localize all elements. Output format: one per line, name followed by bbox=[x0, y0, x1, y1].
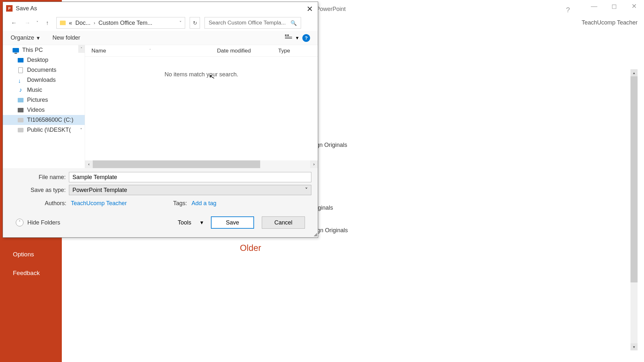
tree-item-documents[interactable]: Documents bbox=[3, 65, 85, 75]
new-folder-button[interactable]: New folder bbox=[52, 34, 80, 41]
tree-label: Videos bbox=[27, 107, 45, 113]
sidebar-item-feedback[interactable]: Feedback bbox=[0, 265, 62, 281]
music-icon bbox=[19, 87, 22, 93]
tree-label: Documents bbox=[27, 67, 56, 73]
organize-label: Organize bbox=[11, 34, 34, 41]
search-input[interactable] bbox=[209, 20, 290, 26]
refresh-button[interactable]: ↻ bbox=[190, 17, 200, 29]
sort-icon: ˆ bbox=[149, 49, 151, 53]
organize-button[interactable]: Organize ▾ bbox=[11, 34, 40, 42]
breadcrumb-doc[interactable]: Doc... bbox=[75, 20, 90, 26]
tree-label: This PC bbox=[22, 47, 43, 53]
help-button[interactable]: ? bbox=[302, 34, 310, 42]
tree-item-this-pc[interactable]: This PC bbox=[3, 45, 85, 55]
scroll-thumb[interactable] bbox=[630, 76, 638, 282]
column-name[interactable]: Name ˆ bbox=[91, 48, 217, 54]
drive-icon bbox=[18, 118, 24, 122]
tree-label: Music bbox=[27, 87, 42, 93]
search-box[interactable]: 🔍 bbox=[204, 17, 301, 29]
picture-icon bbox=[18, 98, 24, 102]
tools-dropdown[interactable]: Tools ▾ bbox=[178, 219, 203, 226]
chevron-right-icon: › bbox=[94, 20, 95, 25]
cancel-button[interactable]: Cancel bbox=[262, 216, 305, 229]
tree-label: Downloads bbox=[27, 77, 56, 83]
tags-label: Tags: bbox=[173, 200, 187, 207]
back-button[interactable]: ← bbox=[9, 18, 18, 27]
folder-icon bbox=[60, 21, 66, 25]
tree-item-videos[interactable]: Videos bbox=[3, 105, 85, 115]
column-name-label: Name bbox=[91, 48, 106, 54]
filename-label: File name: bbox=[9, 174, 69, 181]
column-headers: Name ˆ Date modified Type bbox=[85, 45, 318, 57]
breadcrumb-folder[interactable]: Custom Office Tem... bbox=[99, 20, 152, 26]
dialog-nav: ← → ˅ ↑ « Doc... › Custom Office Tem... … bbox=[3, 15, 318, 31]
search-icon[interactable]: 🔍 bbox=[290, 20, 297, 26]
bg-scrollbar[interactable]: ▲ ▼ bbox=[630, 69, 638, 350]
view-mode-button[interactable] bbox=[285, 34, 292, 42]
tree-label: Desktop bbox=[27, 57, 48, 63]
authors-value[interactable]: TeachUcomp Teacher bbox=[71, 200, 127, 207]
resize-grip-icon[interactable]: ◢ bbox=[314, 232, 317, 237]
older-heading: Older bbox=[240, 243, 261, 253]
column-type[interactable]: Type bbox=[278, 48, 290, 54]
scroll-up-button[interactable]: ▲ bbox=[630, 69, 638, 76]
hide-folders-label: Hide Folders bbox=[27, 219, 60, 226]
maximize-button[interactable]: ◻ bbox=[604, 0, 624, 12]
hscroll-thumb[interactable] bbox=[93, 160, 260, 168]
breadcrumb-sep: « bbox=[69, 20, 72, 26]
pc-icon bbox=[13, 48, 19, 52]
scroll-down-button[interactable]: ▼ bbox=[630, 343, 638, 350]
tree-label: Pictures bbox=[27, 97, 48, 103]
horizontal-scrollbar[interactable]: ‹ › bbox=[85, 160, 318, 168]
close-icon[interactable]: ✕ bbox=[307, 5, 313, 14]
hide-folders-button[interactable]: ˆ Hide Folders bbox=[16, 219, 60, 226]
tree-item-desktop[interactable]: Desktop bbox=[3, 55, 85, 65]
sidebar-item-options[interactable]: Options bbox=[0, 246, 62, 262]
tools-label: Tools bbox=[178, 219, 191, 226]
breadcrumb[interactable]: « Doc... › Custom Office Tem... ˅ bbox=[56, 17, 185, 29]
tree-item-drive-public[interactable]: Public (\\DESKT( ˅ bbox=[3, 125, 85, 135]
chevron-down-icon: ˅ bbox=[305, 186, 308, 194]
save-as-dialog: P Save As ✕ ← → ˅ ↑ « Doc... › Custom Of… bbox=[3, 2, 318, 238]
window-buttons: — ◻ ✕ bbox=[584, 0, 644, 12]
user-label: TeachUcomp Teacher bbox=[582, 19, 638, 26]
savetype-dropdown[interactable]: PowerPoint Template ˅ bbox=[69, 185, 311, 195]
tags-value[interactable]: Add a tag bbox=[192, 200, 216, 207]
chevron-down-icon[interactable]: ▾ bbox=[296, 35, 298, 41]
save-button[interactable]: Save bbox=[211, 216, 254, 229]
empty-message: No items match your search. bbox=[165, 71, 238, 78]
column-date[interactable]: Date modified bbox=[217, 48, 278, 54]
help-icon[interactable]: ? bbox=[566, 6, 570, 14]
dialog-title: Save As bbox=[16, 5, 37, 12]
chevron-down-icon: ▾ bbox=[200, 219, 203, 226]
up-button[interactable]: ↑ bbox=[43, 18, 52, 27]
savetype-value: PowerPoint Template bbox=[72, 187, 127, 194]
savetype-label: Save as type: bbox=[9, 187, 69, 194]
tree-item-drive-c[interactable]: TI10658600C (C:) bbox=[3, 115, 85, 125]
tree-item-pictures[interactable]: Pictures bbox=[3, 95, 85, 105]
tree-item-music[interactable]: Music bbox=[3, 85, 85, 95]
filename-input[interactable] bbox=[69, 172, 311, 182]
chevron-down-icon: ˅ bbox=[80, 128, 82, 132]
download-icon bbox=[18, 78, 23, 83]
file-panel: Name ˆ Date modified Type No items match… bbox=[85, 45, 318, 168]
tree-label: TI10658600C (C:) bbox=[27, 117, 73, 123]
file-list: No items match your search. ↖ bbox=[85, 57, 318, 160]
folder-tree: ˆ This PC Desktop Documents Downloads Mu… bbox=[3, 45, 85, 168]
authors-label: Authors: bbox=[45, 200, 66, 207]
powerpoint-icon: P bbox=[6, 5, 13, 12]
tree-label: Public (\\DESKT( bbox=[27, 127, 71, 133]
scroll-left-button[interactable]: ‹ bbox=[85, 160, 93, 168]
desktop-icon bbox=[18, 58, 24, 62]
dialog-titlebar: P Save As ✕ bbox=[3, 2, 318, 15]
close-window-button[interactable]: ✕ bbox=[624, 0, 644, 12]
forward-button[interactable]: → bbox=[23, 18, 32, 27]
chevron-down-icon[interactable]: ˅ bbox=[179, 20, 182, 25]
dialog-bottom: File name: Save as type: PowerPoint Temp… bbox=[3, 168, 318, 237]
document-icon bbox=[18, 67, 23, 73]
scroll-right-button[interactable]: › bbox=[310, 160, 318, 168]
history-dropdown-icon[interactable]: ˅ bbox=[36, 21, 38, 25]
video-icon bbox=[18, 108, 24, 112]
tree-item-downloads[interactable]: Downloads bbox=[3, 75, 85, 85]
minimize-button[interactable]: — bbox=[584, 0, 604, 12]
